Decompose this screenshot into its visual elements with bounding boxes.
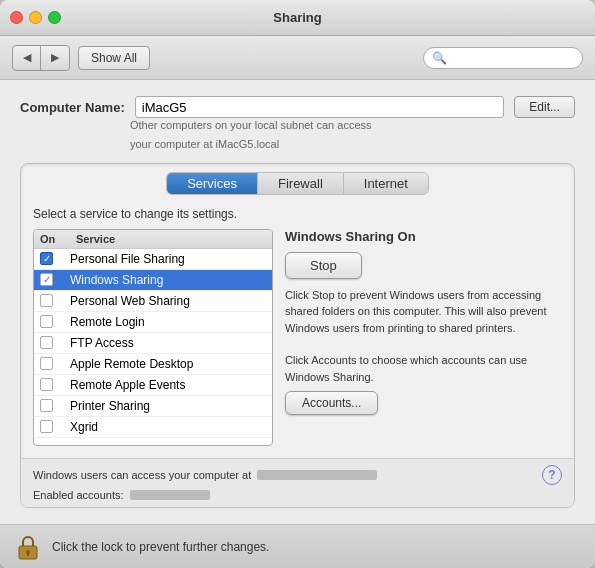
bottom-bar: Click the lock to prevent further change… <box>0 524 595 568</box>
service-checkbox[interactable] <box>40 315 53 328</box>
forward-button[interactable]: ▶ <box>41 46 69 70</box>
lock-icon[interactable] <box>14 533 42 561</box>
service-name: Apple Remote Desktop <box>70 357 266 371</box>
service-checkbox[interactable]: ✓ <box>40 273 53 286</box>
service-checkbox[interactable] <box>40 294 53 307</box>
computer-name-row: Computer Name: <box>20 96 504 118</box>
service-checkbox-cell <box>40 399 70 412</box>
service-checkbox[interactable] <box>40 420 53 433</box>
maximize-button[interactable] <box>48 11 61 24</box>
search-icon: 🔍 <box>432 51 447 65</box>
list-item[interactable]: Xgrid <box>34 417 272 438</box>
accounts-section: Click Accounts to choose which accounts … <box>285 352 562 415</box>
helper-text-line1: Other computers on your local subnet can… <box>130 118 504 133</box>
service-checkbox-cell <box>40 357 70 370</box>
tab-internet[interactable]: Internet <box>344 173 428 194</box>
lock-text: Click the lock to prevent further change… <box>52 540 269 554</box>
svg-rect-2 <box>27 552 29 556</box>
list-item[interactable]: Remote Apple Events <box>34 375 272 396</box>
services-list: On Service ✓Personal File Sharing✓Window… <box>33 229 273 446</box>
service-checkbox-cell: ✓ <box>40 252 70 265</box>
nav-buttons: ◀ ▶ <box>12 45 70 71</box>
helper-text-line2: your computer at iMacG5.local <box>130 137 504 152</box>
service-name: Remote Login <box>70 315 266 329</box>
helper-block: Other computers on your local subnet can… <box>20 118 504 153</box>
list-item[interactable]: Personal Web Sharing <box>34 291 272 312</box>
service-checkbox-cell <box>40 294 70 307</box>
service-name: FTP Access <box>70 336 266 350</box>
computer-name-label: Computer Name: <box>20 100 125 115</box>
col-service-header: Service <box>76 233 266 245</box>
computer-name-left: Computer Name: Other computers on your l… <box>20 96 504 153</box>
list-item[interactable]: ✓Windows Sharing <box>34 270 272 291</box>
service-name: Windows Sharing <box>70 273 266 287</box>
service-checkbox[interactable] <box>40 399 53 412</box>
tab-services[interactable]: Services <box>167 173 258 194</box>
windows-sharing-status-title: Windows Sharing On <box>285 229 562 244</box>
sharing-panel: Services Firewall Internet Select a serv… <box>20 163 575 508</box>
stop-button[interactable]: Stop <box>285 252 362 279</box>
tabs-bar: Services Firewall Internet <box>21 164 574 195</box>
minimize-button[interactable] <box>29 11 42 24</box>
list-item[interactable]: FTP Access <box>34 333 272 354</box>
services-area: On Service ✓Personal File Sharing✓Window… <box>33 229 562 446</box>
service-checkbox[interactable]: ✓ <box>40 252 53 265</box>
accounts-button[interactable]: Accounts... <box>285 391 378 415</box>
search-input[interactable] <box>451 51 574 65</box>
title-bar: Sharing <box>0 0 595 36</box>
service-checkbox[interactable] <box>40 336 53 349</box>
service-name: Printer Sharing <box>70 399 266 413</box>
search-box: 🔍 <box>423 47 583 69</box>
computer-name-input[interactable] <box>135 96 505 118</box>
accounts-prefix: Enabled accounts: <box>33 489 124 501</box>
instruction-text: Select a service to change its settings. <box>33 207 562 221</box>
traffic-lights <box>10 11 61 24</box>
computer-name-section: Computer Name: Other computers on your l… <box>20 96 575 153</box>
service-checkbox-cell <box>40 315 70 328</box>
service-name: Personal File Sharing <box>70 252 266 266</box>
panel-body: Select a service to change its settings.… <box>21 195 574 458</box>
back-button[interactable]: ◀ <box>13 46 41 70</box>
col-on-header: On <box>40 233 76 245</box>
accounts-description: Click Accounts to choose which accounts … <box>285 352 562 385</box>
service-checkbox[interactable] <box>40 378 53 391</box>
window-title: Sharing <box>273 10 321 25</box>
service-name: Personal Web Sharing <box>70 294 266 308</box>
service-checkbox-cell <box>40 378 70 391</box>
accounts-value-redacted <box>130 490 210 500</box>
right-panel: Windows Sharing On Stop Click Stop to pr… <box>285 229 562 446</box>
main-window: Sharing ◀ ▶ Show All 🔍 Computer Name: Ot… <box>0 0 595 568</box>
service-name: Remote Apple Events <box>70 378 266 392</box>
access-prefix: Windows users can access your computer a… <box>33 469 251 481</box>
access-address-redacted <box>257 470 377 480</box>
main-content: Computer Name: Other computers on your l… <box>0 80 595 524</box>
services-list-body: ✓Personal File Sharing✓Windows SharingPe… <box>34 249 272 438</box>
list-item[interactable]: ✓Personal File Sharing <box>34 249 272 270</box>
toolbar: ◀ ▶ Show All 🔍 <box>0 36 595 80</box>
close-button[interactable] <box>10 11 23 24</box>
help-button[interactable]: ? <box>542 465 562 485</box>
service-checkbox-cell <box>40 336 70 349</box>
list-item[interactable]: Apple Remote Desktop <box>34 354 272 375</box>
accounts-status-line: Enabled accounts: <box>33 489 562 501</box>
service-checkbox-cell <box>40 420 70 433</box>
computer-name-right: Edit... <box>514 96 575 120</box>
tabs-container: Services Firewall Internet <box>166 172 429 195</box>
service-checkbox[interactable] <box>40 357 53 370</box>
show-all-button[interactable]: Show All <box>78 46 150 70</box>
tab-firewall[interactable]: Firewall <box>258 173 344 194</box>
service-checkbox-cell: ✓ <box>40 273 70 286</box>
services-list-header: On Service <box>34 230 272 249</box>
service-name: Xgrid <box>70 420 266 434</box>
status-bar: Windows users can access your computer a… <box>21 458 574 507</box>
list-item[interactable]: Printer Sharing <box>34 396 272 417</box>
stop-description: Click Stop to prevent Windows users from… <box>285 287 562 337</box>
edit-button[interactable]: Edit... <box>514 96 575 118</box>
list-item[interactable]: Remote Login <box>34 312 272 333</box>
access-status-line: Windows users can access your computer a… <box>33 465 562 485</box>
